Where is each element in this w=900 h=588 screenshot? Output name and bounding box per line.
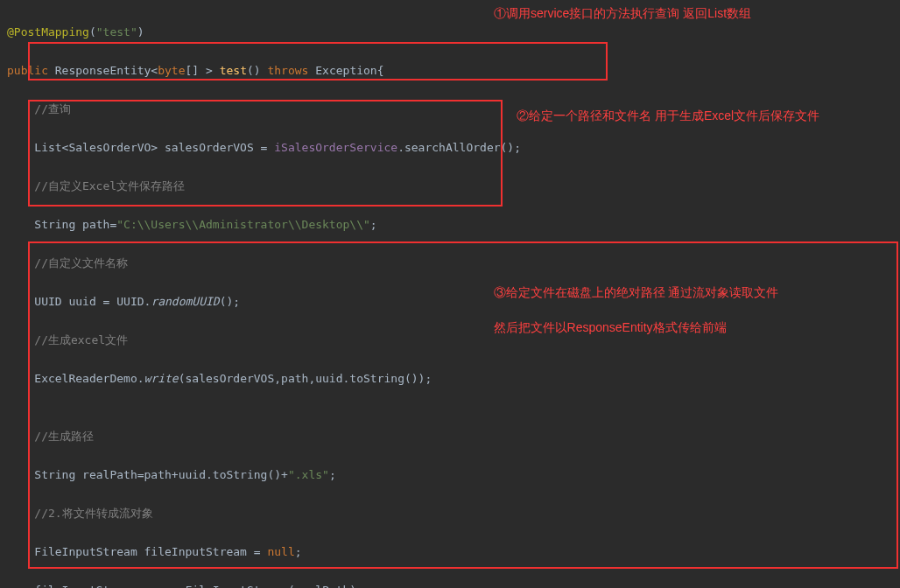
code-line: fileInputStream = new FileInputStream(re… bbox=[7, 581, 893, 588]
string-literal: "test" bbox=[96, 25, 137, 38]
annotation: @PostMapping bbox=[7, 25, 89, 38]
method-name: test bbox=[220, 64, 247, 77]
code-line: String path="C:\\Users\\Administrator\\D… bbox=[7, 215, 893, 234]
code-line: UUID uuid = UUID.randomUUID(); bbox=[7, 292, 893, 312]
comment-line: //生成路径 bbox=[7, 427, 893, 446]
comment-line: //生成excel文件 bbox=[7, 331, 893, 350]
annotation-label-1: ①调用service接口的方法执行查询 返回List数组 bbox=[494, 4, 751, 22]
comment-line: //2.将文件转成流对象 bbox=[7, 504, 893, 523]
code-editor[interactable]: @PostMapping("test") public ResponseEnti… bbox=[7, 4, 893, 588]
comment-line: //查询 bbox=[7, 100, 893, 119]
code-line: @PostMapping("test") bbox=[7, 23, 893, 42]
code-line: FileInputStream fileInputStream = null; bbox=[7, 542, 893, 562]
comment-line: //自定义Excel文件保存路径 bbox=[7, 177, 893, 196]
code-line: List<SalesOrderVO> salesOrderVOS = iSale… bbox=[7, 138, 893, 158]
code-line: String realPath=path+uuid.toString()+".x… bbox=[7, 466, 893, 485]
code-line: public ResponseEntity<byte[] > test() th… bbox=[7, 61, 893, 80]
code-line: ExcelReaderDemo.write(salesOrderVOS,path… bbox=[7, 369, 893, 388]
comment-line: //自定义文件名称 bbox=[7, 254, 893, 273]
